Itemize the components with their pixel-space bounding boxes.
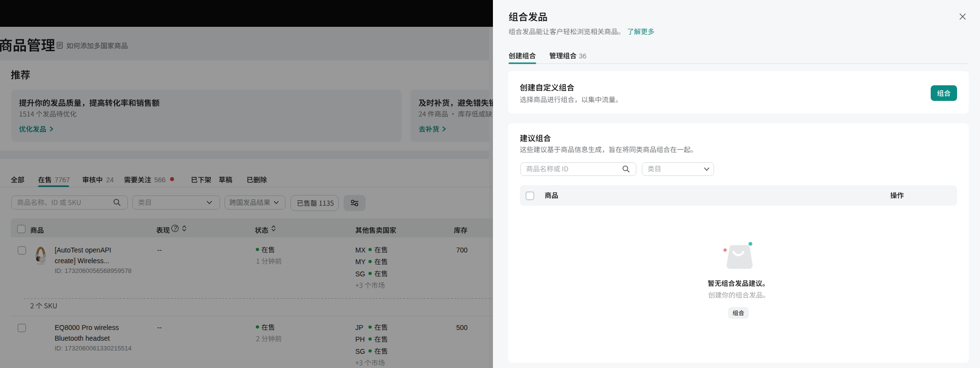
svg-text:36: 36	[579, 52, 587, 60]
